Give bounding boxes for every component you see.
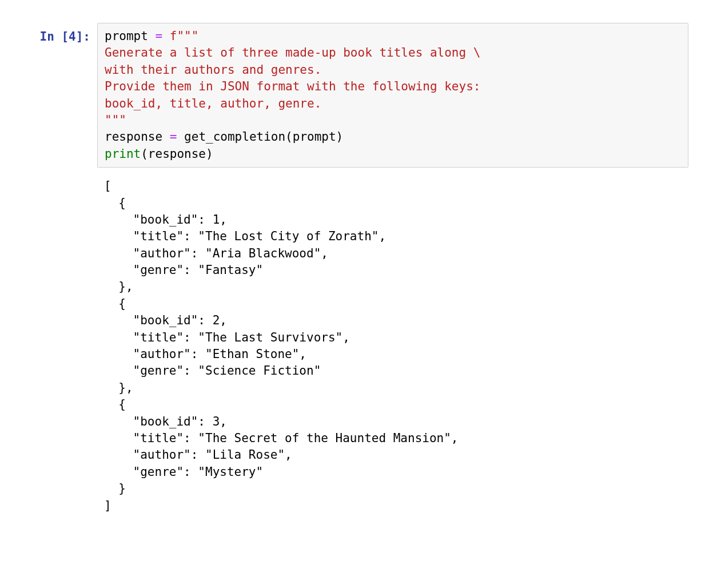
output-line: } (104, 480, 688, 497)
code-line: Provide them in JSON format with the fol… (105, 78, 681, 95)
output-line: "title": "The Last Survivors", (104, 329, 688, 346)
output-line: "author": "Aria Blackwood", (104, 245, 688, 262)
output-line: "title": "The Lost City of Zorath", (104, 228, 688, 245)
cell-prompt-label: In [4]: (11, 23, 97, 45)
code-token-string-prefix: f (162, 29, 177, 43)
code-input-area[interactable]: prompt = f""" Generate a list of three m… (97, 23, 688, 168)
output-line: "book_id": 2, (104, 312, 688, 329)
notebook-cell: In [4]: prompt = f""" Generate a list of… (11, 23, 706, 168)
code-line: """ (105, 112, 681, 129)
output-spacer (11, 178, 97, 514)
output-line: "title": "The Secret of the Haunted Mans… (104, 430, 688, 447)
code-token-operator: = (170, 130, 177, 144)
output-line: "author": "Ethan Stone", (104, 346, 688, 363)
output-line: { (104, 396, 688, 413)
code-line: Generate a list of three made-up book ti… (105, 45, 681, 61)
output-line: "genre": "Mystery" (104, 464, 688, 480)
output-line: "book_id": 3, (104, 414, 688, 430)
output-line: [ (104, 178, 688, 194)
output-line: { (104, 296, 688, 312)
output-line: }, (104, 380, 688, 396)
code-token-string: """ (177, 29, 198, 43)
code-token-operator: = (156, 29, 163, 43)
code-token-variable: prompt (105, 29, 156, 43)
code-line: book_id, title, author, genre. (105, 96, 681, 112)
code-line: print(response) (105, 146, 681, 162)
cell-output-wrap: [ { "book_id": 1, "title": "The Lost Cit… (11, 178, 706, 514)
output-line: { (104, 195, 688, 212)
code-token-builtin: print (105, 147, 141, 161)
code-line: prompt = f""" (105, 28, 681, 45)
code-token-variable: response (105, 130, 170, 144)
output-line: ] (104, 498, 688, 514)
output-line: }, (104, 279, 688, 295)
code-token-call: (response) (141, 147, 213, 161)
output-line: "genre": "Fantasy" (104, 262, 688, 279)
output-line: "genre": "Science Fiction" (104, 363, 688, 379)
output-line: "book_id": 1, (104, 212, 688, 228)
code-line: with their authors and genres. (105, 62, 681, 78)
cell-output-area: [ { "book_id": 1, "title": "The Lost Cit… (97, 178, 706, 514)
code-line: response = get_completion(prompt) (105, 129, 681, 145)
output-line: "author": "Lila Rose", (104, 447, 688, 463)
code-token-call: get_completion(prompt) (177, 130, 343, 144)
